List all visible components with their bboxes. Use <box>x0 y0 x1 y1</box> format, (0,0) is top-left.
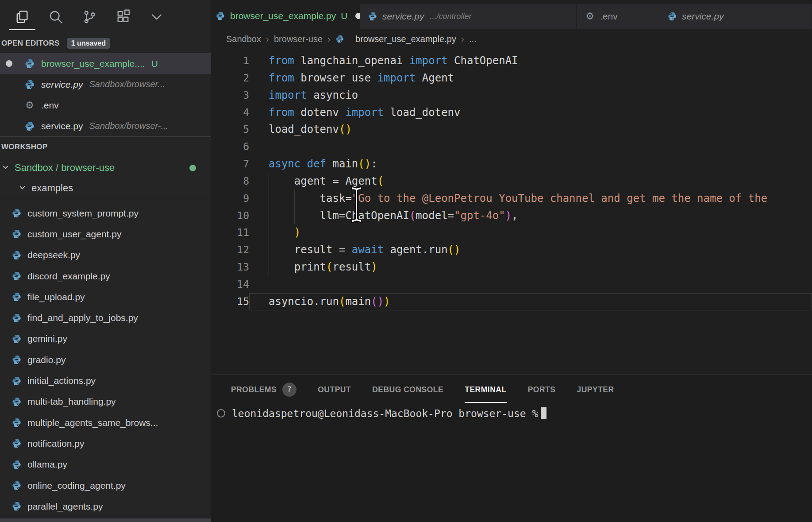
python-icon <box>12 355 22 365</box>
file-label: .env <box>41 100 59 111</box>
code-line-5: 5load_dotenv() <box>211 121 812 138</box>
code-token: ChatOpenAI <box>448 54 518 67</box>
open-editor-item-service.py[interactable]: service.pySandbox/browser... <box>0 74 211 95</box>
line-number: 4 <box>211 104 249 121</box>
breadcrumb-item-...[interactable]: ... <box>469 34 477 44</box>
source-control-icon[interactable] <box>79 6 100 27</box>
python-icon <box>12 229 22 239</box>
panel-tab-output[interactable]: OUTPUT <box>318 375 351 403</box>
tab-description: .../controller <box>430 12 472 21</box>
editor-tab-bar: browser_use_example.pyU service.py.../co… <box>211 0 812 30</box>
file-item-file_upload.py[interactable]: file_upload.py <box>0 286 211 307</box>
panel-tab-label: OUTPUT <box>318 385 351 394</box>
file-item-ollama.py[interactable]: ollama.py <box>0 454 211 475</box>
open-editors-title: OPEN EDITORS <box>1 39 60 48</box>
file-description: Sandbox/browser... <box>89 79 165 89</box>
terminal-command-decoration-icon <box>217 409 225 418</box>
tab-.env[interactable]: ⚙.env <box>577 4 659 29</box>
python-icon <box>12 250 22 260</box>
file-item-multi-tab_handling.py[interactable]: multi-tab_handling.py <box>0 391 211 412</box>
terminal-prompt: leonidaspetrou@Leonidass-MacBook-Pro bro… <box>232 408 538 419</box>
line-number: 7 <box>211 155 249 173</box>
file-description: Sandbox/browser-... <box>89 121 169 131</box>
code-line-9: 9 task="Go to the @LeonPetrou YouTube ch… <box>211 190 812 207</box>
bottom-panel: PROBLEMS7OUTPUTDEBUG CONSOLETERMINALPORT… <box>211 374 812 522</box>
file-item-custom_user_agent.py[interactable]: custom_user_agent.py <box>0 224 211 244</box>
panel-tab-label: JUPYTER <box>577 385 614 394</box>
line-number: 11 <box>211 224 249 241</box>
file-item-initial_actions.py[interactable]: initial_actions.py <box>0 370 211 391</box>
file-item-notification.py[interactable]: notification.py <box>0 433 211 454</box>
panel-tab-jupyter[interactable]: JUPYTER <box>577 375 614 403</box>
tab-browser_use_example.py[interactable]: browser_use_example.pyU <box>211 0 360 30</box>
panel-tab-debug-console[interactable]: DEBUG CONSOLE <box>372 375 443 403</box>
file-item-deepseek.py[interactable]: deepseek.py <box>0 245 211 266</box>
indent-guide <box>294 207 295 224</box>
tree-item-root-folder[interactable]: Sandbox / browser-use <box>0 158 211 178</box>
line-number: 13 <box>211 259 249 276</box>
code-line-8: 8 agent = Agent( <box>211 173 812 190</box>
file-label: ollama.py <box>27 459 67 470</box>
breadcrumb-item-browser-use[interactable]: browser-use <box>274 34 323 44</box>
workshop-title: WORKSHOP <box>1 143 47 151</box>
open-editor-item-service.py[interactable]: service.pySandbox/browser-... <box>0 116 211 136</box>
search-icon[interactable] <box>45 6 66 27</box>
explorer-icon[interactable] <box>12 6 33 27</box>
file-item-gradio.py[interactable]: gradio.py <box>0 349 211 370</box>
file-item-find_and_apply_to_jobs.py[interactable]: find_and_apply_to_jobs.py <box>0 307 211 328</box>
terminal-block-cursor <box>541 407 546 419</box>
code-line-10: 10 llm=ChatOpenAI(model="gpt-4o"), <box>211 207 812 224</box>
panel-tab-ports[interactable]: PORTS <box>528 375 556 403</box>
code-text: from browser_use import Agent <box>249 70 812 87</box>
code-text: result = await agent.run() <box>249 241 812 259</box>
breadcrumb-item-Sandbox[interactable]: Sandbox <box>226 34 261 44</box>
tab-label: service.py <box>682 11 724 22</box>
sidebar-horizontal-scrollbar[interactable] <box>0 518 211 522</box>
extensions-icon[interactable] <box>112 6 134 27</box>
code-token: async <box>269 158 300 170</box>
open-editor-item-.env[interactable]: ⚙.env <box>0 95 211 116</box>
panel-tab-bar: PROBLEMS7OUTPUTDEBUG CONSOLETERMINALPORT… <box>211 375 812 403</box>
code-token: () <box>448 244 461 256</box>
code-token: () <box>371 295 384 308</box>
python-icon <box>24 121 35 131</box>
file-label: service.py <box>41 79 83 90</box>
indent-guide <box>294 190 295 207</box>
chevron-right-icon: › <box>266 34 269 44</box>
breadcrumb-item-browser_use_example.py[interactable]: browser_use_example.py <box>355 34 456 44</box>
chevron-right-icon: › <box>461 34 464 44</box>
python-icon <box>335 35 344 43</box>
gear-icon: ⚙ <box>585 11 595 22</box>
panel-tab-terminal[interactable]: TERMINAL <box>465 375 506 403</box>
code-line-11: 11 ) <box>211 224 812 241</box>
terminal[interactable]: leonidaspetrou@Leonidass-MacBook-Pro bro… <box>217 407 546 419</box>
code-text: print(result) <box>249 259 812 276</box>
file-item-discord_example.py[interactable]: discord_example.py <box>0 266 211 286</box>
unsaved-dot-icon[interactable] <box>355 13 360 19</box>
chevron-right-icon: › <box>327 34 331 44</box>
code-token: import <box>345 106 384 119</box>
file-list: custom_system_prompt.py custom_user_agen… <box>0 203 211 517</box>
file-item-multiple_agents_same_brows...[interactable]: multiple_agents_same_brows... <box>0 412 211 433</box>
open-editors-header[interactable]: OPEN EDITORS 1 unsaved <box>0 36 211 50</box>
code-token: ( <box>377 175 384 187</box>
code-line-3: 3import asyncio <box>211 87 812 104</box>
file-item-gemini.py[interactable]: gemini.py <box>0 329 211 349</box>
file-item-parallel_agents.py[interactable]: parallel_agents.py <box>0 496 211 517</box>
panel-tab-problems[interactable]: PROBLEMS7 <box>231 375 296 403</box>
file-label: online_coding_agent.py <box>27 480 126 491</box>
open-editor-item-browser_use_example....[interactable]: browser_use_example....U <box>0 53 211 74</box>
code-token: browser_use <box>294 72 377 84</box>
tab-service.py[interactable]: service.py.../controller <box>360 4 577 29</box>
code-text: ) <box>249 224 812 241</box>
file-label: custom_user_agent.py <box>27 229 121 240</box>
tab-service.py[interactable]: service.py <box>659 4 812 29</box>
file-item-custom_system_prompt.py[interactable]: custom_system_prompt.py <box>0 203 211 224</box>
file-item-online_coding_agent.py[interactable]: online_coding_agent.py <box>0 475 211 496</box>
workshop-header[interactable]: WORKSHOP <box>0 140 211 154</box>
chevron-down-icon[interactable] <box>146 6 167 27</box>
unsaved-badge: 1 unsaved <box>67 38 110 49</box>
file-label: discord_example.py <box>27 271 110 282</box>
tree-item-examples-folder[interactable]: examples <box>0 178 211 198</box>
code-editor[interactable]: 1from langchain_openai import ChatOpenAI… <box>211 52 812 322</box>
